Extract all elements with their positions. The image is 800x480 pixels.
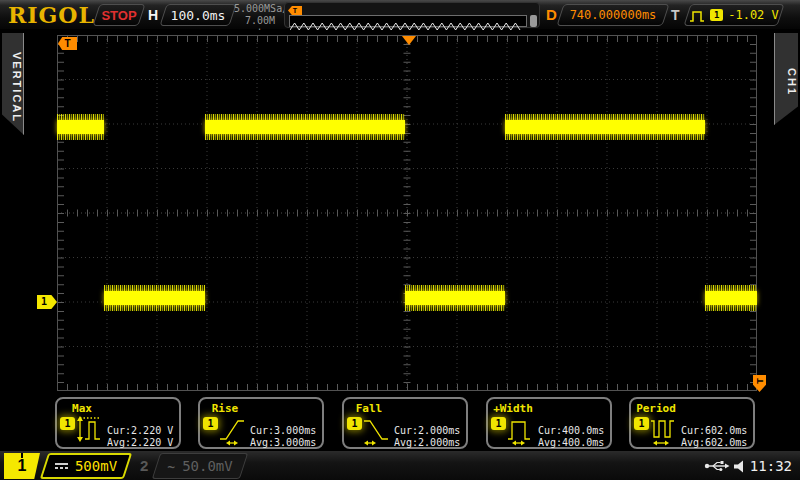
ch2-scale-field[interactable]: ~ 50.0mV — [152, 453, 248, 479]
measurement-panel-pwidth[interactable]: +Width 1 Cur:400.0msAvg:400.0ms Min:400.… — [486, 397, 612, 449]
trigger-edge-icon — [689, 9, 705, 22]
waveform-segment-low — [104, 291, 205, 305]
ch1-scale-value: 500mV — [75, 458, 117, 474]
rigol-logo: RIGOL — [8, 2, 95, 28]
delay-field[interactable]: 740.000000ms — [556, 4, 669, 26]
waveform-segment-high — [505, 120, 705, 134]
waveform-memory-preview[interactable]: T — [284, 2, 540, 28]
trigger-settings-field[interactable]: 1 -1.02 V — [683, 4, 784, 26]
channel-badge: 1 — [203, 417, 218, 430]
trigger-level-value: -1.02 V — [728, 8, 779, 22]
channel-badge: 1 — [634, 417, 649, 430]
waveform-segment-high — [205, 120, 405, 134]
preview-scroll-handle[interactable] — [530, 15, 537, 27]
system-status-area: 11:32 — [704, 451, 792, 480]
tab-vertical-menu[interactable]: VERTICAL — [2, 33, 24, 135]
waveform-segment-low — [405, 291, 505, 305]
clock: 11:32 — [750, 458, 792, 474]
dc-coupling-icon — [55, 463, 68, 469]
channel-badge: 1 — [347, 417, 362, 430]
ch2-number-badge[interactable]: 2 — [140, 457, 148, 474]
ac-coupling-icon: ~ — [167, 459, 175, 474]
waveform-segment-high — [57, 120, 104, 134]
ch1-number-badge[interactable]: 1 — [4, 453, 40, 479]
measurement-panel-period[interactable]: Period 1 Cur:602.0msAvg:602.0ms Min:602.… — [629, 397, 755, 449]
horizontal-label: H — [148, 7, 158, 23]
measurement-panel-rise[interactable]: Rise 1 Cur:3.000msAvg:3.000ms Min:3.000m… — [198, 397, 324, 449]
preview-window — [289, 15, 527, 27]
ch2-scale-value: 50.0mV — [182, 458, 233, 474]
horizontal-position-marker-icon[interactable] — [402, 36, 416, 45]
trigger-label: T — [671, 7, 680, 23]
usb-icon — [704, 460, 730, 472]
channel-badge: 1 — [60, 417, 75, 430]
fall-icon — [363, 412, 391, 446]
display-area: VERTICAL CH1 1 — [0, 30, 800, 397]
bottom-status-bar: 1 500mV 2 ~ 50.0mV — [0, 450, 800, 480]
plus-width-icon — [507, 412, 535, 446]
rise-icon — [219, 412, 247, 446]
delay-label: D — [546, 6, 557, 23]
ch1-ground-marker[interactable]: 1 — [37, 295, 57, 309]
waveform-segment-low — [705, 291, 757, 305]
run-state-label: STOP — [101, 8, 136, 23]
trigger-source-badge: 1 — [710, 9, 723, 21]
tab-ch1-menu[interactable]: CH1 — [774, 33, 798, 125]
oscilloscope-screen: RIGOL STOP H 100.0ms 5.000MSa/s 7.00M pt… — [0, 0, 800, 480]
preview-trigger-flag-icon[interactable]: T — [288, 6, 302, 15]
sample-rate: 5.000MSa/s — [234, 3, 286, 15]
channel-badge: 1 — [491, 417, 506, 430]
ch1-scale-field[interactable]: 500mV — [40, 453, 132, 479]
timebase-value: 100.0ms — [171, 8, 226, 23]
period-icon — [650, 412, 678, 446]
measurement-row: Max 1 Cur:2.220 VAvg:2.220 V Min:2.220 V… — [0, 397, 800, 449]
timebase-field[interactable]: 100.0ms — [159, 4, 236, 26]
delay-value: 740.000000ms — [570, 8, 657, 22]
measurement-panel-fall[interactable]: Fall 1 Cur:2.000msAvg:2.000ms Min:2.000m… — [342, 397, 468, 449]
run-stop-button[interactable]: STOP — [92, 4, 145, 26]
top-status-bar: RIGOL STOP H 100.0ms 5.000MSa/s 7.00M pt… — [0, 0, 800, 30]
waveform-layer — [57, 35, 757, 391]
max-icon — [76, 412, 104, 446]
measurement-panel-max[interactable]: Max 1 Cur:2.220 VAvg:2.220 V Min:2.220 V… — [55, 397, 181, 449]
graticule-area: T T — [57, 35, 757, 391]
speaker-icon — [734, 460, 746, 473]
